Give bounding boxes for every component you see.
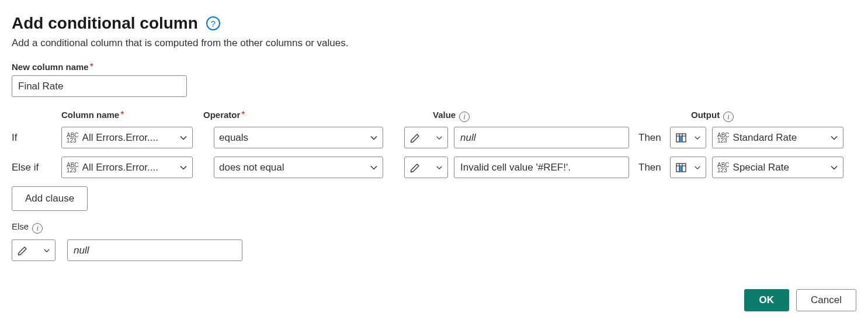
required-asterisk: * [240, 110, 245, 120]
then-label: Then [638, 132, 661, 143]
column-name-value: All Errors.Error.... [82, 162, 176, 173]
dialog-subheading: Add a conditional column that is compute… [12, 37, 856, 49]
output-column-dropdown[interactable]: ABC123 Standard Rate [712, 127, 843, 148]
chevron-down-icon [179, 164, 188, 172]
clause-row: Else if ABC123 All Errors.Error.... does… [12, 157, 856, 178]
then-label: Then [638, 162, 661, 173]
new-column-name-input[interactable] [12, 75, 187, 97]
dialog-footer: OK Cancel [744, 289, 856, 311]
new-column-name-field: New column name* [12, 62, 856, 97]
new-column-name-label: New column name [12, 62, 89, 72]
column-name-header: Column name [61, 110, 119, 120]
data-type-abc123-icon: ABC123 [717, 133, 730, 143]
chevron-down-icon [436, 164, 443, 171]
info-icon[interactable]: i [32, 223, 43, 234]
svg-rect-7 [679, 166, 682, 172]
chevron-down-icon [694, 164, 701, 171]
column-name-value: All Errors.Error.... [82, 132, 176, 144]
operator-dropdown[interactable]: does not equal [214, 157, 383, 178]
output-column-value: Special Rate [733, 162, 827, 173]
clause-row: If ABC123 All Errors.Error.... equals [12, 127, 856, 148]
output-type-dropdown[interactable] [670, 157, 706, 178]
else-section: Else i [12, 221, 856, 261]
clause-column-headers: Column name* Operator* Value i Output i [12, 110, 856, 123]
else-value-input[interactable] [67, 239, 242, 261]
column-select-icon [675, 162, 687, 173]
operator-header: Operator [203, 110, 240, 120]
chevron-down-icon [830, 134, 838, 142]
chevron-down-icon [436, 134, 443, 141]
operator-dropdown[interactable]: equals [214, 127, 383, 148]
value-input[interactable] [454, 157, 629, 178]
data-type-abc123-icon: ABC123 [67, 133, 79, 143]
required-asterisk: * [89, 62, 93, 72]
pencil-icon [409, 162, 421, 173]
value-input[interactable] [454, 127, 629, 148]
add-clause-button[interactable]: Add clause [12, 186, 88, 211]
chevron-down-icon [370, 164, 378, 172]
clause-prefix-label: If [12, 132, 17, 143]
cancel-button[interactable]: Cancel [796, 289, 856, 311]
else-type-dropdown[interactable] [12, 239, 55, 261]
operator-value: equals [219, 132, 366, 144]
dialog-title: Add conditional column [12, 14, 198, 33]
value-header: Value [433, 110, 456, 120]
output-header: Output [691, 110, 720, 120]
chevron-down-icon [830, 164, 838, 172]
column-name-dropdown[interactable]: ABC123 All Errors.Error.... [61, 157, 193, 178]
pencil-icon [17, 245, 29, 256]
clause-prefix-label: Else if [12, 162, 39, 173]
help-icon[interactable]: ? [206, 16, 220, 30]
operator-value: does not equal [219, 162, 366, 173]
chevron-down-icon [370, 134, 378, 142]
column-name-dropdown[interactable]: ABC123 All Errors.Error.... [61, 127, 193, 148]
output-type-dropdown[interactable] [670, 127, 706, 148]
data-type-abc123-icon: ABC123 [67, 162, 79, 173]
chevron-down-icon [179, 134, 188, 142]
value-type-dropdown[interactable] [404, 157, 448, 178]
add-conditional-column-dialog: Add conditional column ? Add a condition… [0, 0, 868, 323]
column-select-icon [675, 132, 687, 144]
pencil-icon [409, 132, 421, 144]
chevron-down-icon [43, 247, 50, 254]
else-label: Else [12, 221, 29, 231]
value-type-dropdown[interactable] [404, 127, 448, 148]
chevron-down-icon [694, 134, 701, 141]
info-icon[interactable]: i [723, 112, 734, 122]
output-column-dropdown[interactable]: ABC123 Special Rate [712, 157, 843, 178]
ok-button[interactable]: OK [744, 289, 790, 311]
data-type-abc123-icon: ABC123 [717, 162, 730, 173]
output-column-value: Standard Rate [733, 132, 827, 144]
info-icon[interactable]: i [459, 112, 470, 122]
svg-rect-2 [679, 136, 682, 142]
required-asterisk: * [119, 110, 124, 120]
